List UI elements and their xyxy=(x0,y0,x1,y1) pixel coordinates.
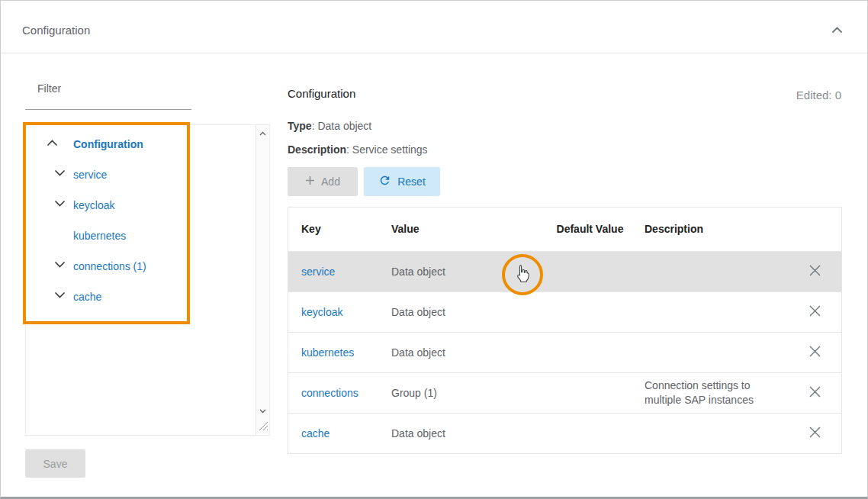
reset-button-label: Reset xyxy=(397,175,426,188)
close-icon xyxy=(809,426,821,441)
description-line: Description: Service settings xyxy=(288,143,428,156)
column-header-description: Description xyxy=(626,208,788,251)
description-label: Description xyxy=(288,143,346,156)
chevron-down-icon[interactable] xyxy=(55,170,65,176)
row-value: Group (1) xyxy=(378,373,554,413)
close-icon xyxy=(809,385,821,401)
header-divider xyxy=(1,53,867,53)
add-button-label: Add xyxy=(321,175,340,188)
row-description xyxy=(626,333,788,372)
tree-node-label[interactable]: Configuration xyxy=(73,138,143,150)
table-row-connections[interactable]: connections Group (1) Connection setting… xyxy=(288,372,841,413)
save-button[interactable]: Save xyxy=(25,449,85,478)
config-tree: Configuration service keycloak kubernete… xyxy=(25,124,270,436)
column-header-default-value: Default Value xyxy=(554,208,626,251)
tree-node-configuration[interactable]: Configuration xyxy=(26,130,269,160)
description-value: : Service settings xyxy=(346,143,428,156)
row-value: Data object xyxy=(378,252,554,291)
add-button[interactable]: Add xyxy=(288,167,358,196)
table-row-cache[interactable]: cache Data object xyxy=(288,413,841,453)
row-description xyxy=(626,414,788,453)
delete-row-button[interactable] xyxy=(805,382,825,404)
row-description: Connection settings to multiple SAP inst… xyxy=(626,373,788,413)
configuration-panel: Configuration Filter Configuration servi… xyxy=(0,0,868,499)
refresh-icon xyxy=(378,174,391,189)
delete-row-button[interactable] xyxy=(805,342,825,363)
tree-scrollbar[interactable] xyxy=(256,125,269,435)
table-header-row: Key Value Default Value Description xyxy=(288,208,841,251)
row-value: Data object xyxy=(378,292,554,332)
row-default-value xyxy=(554,333,626,372)
chevron-up-icon xyxy=(831,24,843,36)
edited-counter: Edited: 0 xyxy=(796,89,841,101)
chevron-down-icon[interactable] xyxy=(55,201,65,207)
panel-title: Configuration xyxy=(22,24,90,37)
row-value: Data object xyxy=(378,414,554,453)
detail-title: Configuration xyxy=(288,87,355,100)
tree-node-cache[interactable]: cache xyxy=(26,282,269,313)
chevron-up-icon[interactable] xyxy=(47,140,57,146)
tree-node-label[interactable]: service xyxy=(73,169,107,181)
scroll-down-icon[interactable] xyxy=(256,409,268,414)
table-row-keycloak[interactable]: keycloak Data object xyxy=(288,291,841,332)
collapse-panel-button[interactable] xyxy=(826,19,847,40)
filter-input[interactable] xyxy=(25,94,191,110)
tree-node-keycloak[interactable]: keycloak xyxy=(26,191,269,221)
scroll-up-icon[interactable] xyxy=(256,131,268,136)
tree-node-label[interactable]: cache xyxy=(73,291,101,303)
tree-node-kubernetes[interactable]: kubernetes xyxy=(26,221,269,252)
row-default-value xyxy=(554,373,626,413)
column-header-value: Value xyxy=(378,208,554,251)
tree-node-connections[interactable]: connections (1) xyxy=(26,252,269,282)
row-key-link[interactable]: keycloak xyxy=(301,305,342,320)
type-value: : Data object xyxy=(312,120,372,132)
type-line: Type: Data object xyxy=(288,120,371,132)
plus-icon xyxy=(305,175,315,188)
table-row-service[interactable]: service Data object xyxy=(288,251,841,291)
row-description xyxy=(626,292,788,332)
row-key-link[interactable]: service xyxy=(301,265,335,279)
row-value: Data object xyxy=(378,333,554,372)
resize-grip[interactable] xyxy=(259,420,268,433)
delete-row-button[interactable] xyxy=(805,423,825,444)
delete-row-button[interactable] xyxy=(805,261,825,282)
filter-label: Filter xyxy=(37,82,61,95)
chevron-down-icon[interactable] xyxy=(55,262,65,268)
row-key-link[interactable]: connections xyxy=(301,386,358,401)
type-label: Type xyxy=(288,120,312,132)
tree-node-label[interactable]: keycloak xyxy=(73,199,114,211)
row-default-value xyxy=(554,252,626,291)
row-default-value xyxy=(554,414,626,453)
chevron-down-icon[interactable] xyxy=(55,292,65,298)
tree-node-label[interactable]: connections (1) xyxy=(73,260,146,272)
close-icon xyxy=(809,304,821,320)
row-description xyxy=(626,252,788,291)
close-icon xyxy=(809,345,821,360)
reset-button[interactable]: Reset xyxy=(364,167,440,196)
row-default-value xyxy=(554,292,626,332)
close-icon xyxy=(809,264,821,279)
row-key-link[interactable]: cache xyxy=(301,427,330,441)
table-row-kubernetes[interactable]: kubernetes Data object xyxy=(288,332,841,372)
delete-row-button[interactable] xyxy=(805,301,825,323)
column-header-actions xyxy=(788,208,841,251)
tree-node-label[interactable]: kubernetes xyxy=(73,230,126,242)
column-header-key: Key xyxy=(288,208,378,251)
config-table: Key Value Default Value Description serv… xyxy=(288,207,842,454)
tree-node-service[interactable]: service xyxy=(26,160,269,191)
row-key-link[interactable]: kubernetes xyxy=(301,346,354,360)
